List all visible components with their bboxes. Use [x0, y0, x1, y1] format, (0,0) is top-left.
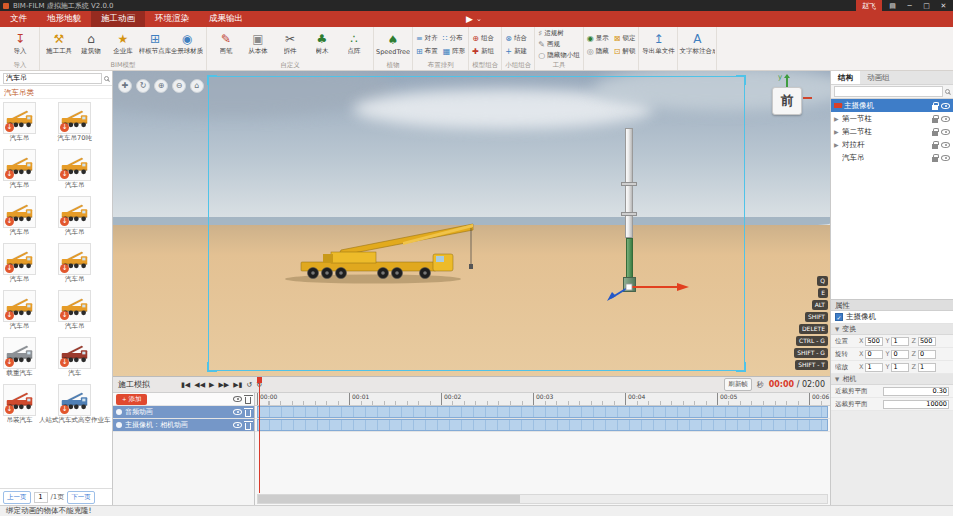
- ribbon-button[interactable]: ✎ 画笔: [210, 33, 242, 56]
- menu-tab[interactable]: 环境渲染: [145, 11, 199, 27]
- maximize-button[interactable]: □: [920, 2, 933, 10]
- ribbon-button[interactable]: ◉ 全景球材质: [171, 33, 203, 56]
- ribbon-button[interactable]: ✎ 画规: [538, 40, 579, 49]
- model-item[interactable]: ↓ 载重汽车: [3, 337, 36, 381]
- model-item[interactable]: ↓ 汽车吊: [39, 243, 111, 287]
- menu-tab[interactable]: 成果输出: [199, 11, 253, 27]
- search-icon[interactable]: [945, 89, 950, 94]
- playback-button[interactable]: ▶: [208, 379, 215, 391]
- download-icon[interactable]: ↓: [5, 123, 14, 132]
- tree-item-main-camera[interactable]: 主摄像机: [831, 99, 953, 112]
- tree-item-truck-crane[interactable]: 汽车吊: [831, 151, 953, 164]
- model-item[interactable]: ↓ 汽车吊: [3, 290, 36, 334]
- next-page-button[interactable]: 下一页: [67, 491, 95, 504]
- ribbon-button[interactable]: ⌂ 建筑物: [75, 33, 107, 56]
- playback-button[interactable]: ▶▶: [217, 379, 230, 391]
- menu-tab[interactable]: 施工动画: [91, 11, 145, 27]
- selection-corner[interactable]: [736, 75, 746, 85]
- playback-button[interactable]: ▮◀: [180, 379, 191, 391]
- track-row[interactable]: 音频动画: [113, 406, 254, 419]
- trash-icon[interactable]: [245, 410, 251, 417]
- tree-item-column-1[interactable]: ▶ 第一节柱: [831, 112, 953, 125]
- download-icon[interactable]: ↓: [5, 358, 14, 367]
- trash-icon[interactable]: [245, 397, 251, 404]
- selection-corner[interactable]: [736, 362, 746, 372]
- model-item[interactable]: ↓ 汽车吊: [3, 196, 36, 240]
- ribbon-button[interactable]: ⊞ 样板节点库: [139, 33, 171, 56]
- ribbon-button[interactable]: ⊕ 组合: [472, 34, 498, 43]
- refresh-frame-button[interactable]: 刷新帧: [724, 378, 752, 391]
- ribbon-button[interactable]: + 新建: [505, 47, 531, 56]
- timeline-lanes[interactable]: 00:00 00:01 00:02 00:03: [255, 393, 830, 505]
- add-track-button[interactable]: ＋ 添加: [116, 394, 147, 405]
- time-ruler[interactable]: 00:00 00:01 00:02 00:03: [255, 393, 830, 406]
- section-transform[interactable]: ▼ 变换: [831, 324, 953, 335]
- ribbon-button[interactable]: ↧ 导入: [4, 33, 36, 56]
- ribbon-button[interactable]: A 文字标注合成: [681, 33, 713, 56]
- category-tab[interactable]: 汽车吊类: [0, 86, 112, 99]
- eye-icon[interactable]: [941, 142, 950, 148]
- ribbon-button[interactable]: ✚ 新组: [472, 47, 498, 56]
- eye-icon[interactable]: [941, 129, 950, 135]
- ribbon-button[interactable]: ♯ 运规树: [538, 29, 579, 38]
- timeline-scrollbar[interactable]: [257, 494, 828, 504]
- playhead[interactable]: [259, 377, 260, 493]
- close-button[interactable]: ✕: [937, 2, 950, 10]
- ribbon-button[interactable]: ⊗ 结合: [505, 34, 531, 43]
- eye-icon[interactable]: [233, 396, 242, 402]
- viewport-tool-button[interactable]: ⌂: [190, 79, 204, 93]
- ribbon-button[interactable]: ∴ 点阵: [338, 33, 370, 56]
- model-search-input[interactable]: [3, 73, 102, 84]
- trash-icon[interactable]: [245, 423, 251, 430]
- tree-item-tie-rod[interactable]: ▶ 对拉杆: [831, 138, 953, 151]
- model-item[interactable]: ↓ 汽车吊: [3, 243, 36, 287]
- eye-icon[interactable]: [941, 155, 950, 161]
- far-clip-input[interactable]: [883, 400, 949, 409]
- ribbon-button[interactable]: ★ 企业库: [107, 33, 139, 56]
- expand-arrow-icon[interactable]: ▶: [834, 128, 840, 135]
- scale-x-input[interactable]: [865, 363, 883, 372]
- outline-tab[interactable]: 动画组: [860, 71, 897, 84]
- ribbon-button[interactable]: ⊞ 布置: [416, 47, 438, 56]
- model-item[interactable]: ↓ 汽车吊70吨: [39, 102, 111, 146]
- ribbon-button[interactable]: ○ 隐藏物小组: [538, 51, 579, 60]
- model-item[interactable]: ↓ 吊装汽车: [3, 384, 36, 428]
- lock-icon[interactable]: [932, 157, 938, 162]
- chevron-down-icon[interactable]: ⌄: [476, 15, 482, 23]
- scale-y-input[interactable]: [891, 363, 909, 372]
- ribbon-button[interactable]: ⊠ 锁定: [614, 34, 636, 43]
- outline-search-input[interactable]: [834, 86, 943, 97]
- ribbon-button[interactable]: ♠ SpeedTree: [377, 34, 409, 56]
- eye-icon[interactable]: [941, 103, 950, 109]
- tree-item-column-2[interactable]: ▶ 第二节柱: [831, 125, 953, 138]
- model-item[interactable]: ↓ 汽车吊: [39, 290, 111, 334]
- prev-page-button[interactable]: 上一页: [3, 491, 31, 504]
- eye-icon[interactable]: [941, 116, 950, 122]
- track-row[interactable]: 主摄像机：相机动画: [113, 419, 254, 432]
- lock-icon[interactable]: [932, 131, 938, 136]
- scrollbar-thumb[interactable]: [258, 495, 520, 503]
- selection-corner[interactable]: [207, 362, 217, 372]
- minimize-button[interactable]: ─: [903, 2, 916, 10]
- ribbon-button[interactable]: ▣ 从本体: [242, 33, 274, 56]
- enabled-checkbox[interactable]: ✓: [835, 313, 843, 321]
- viewport-tool-button[interactable]: ⊖: [172, 79, 186, 93]
- ribbon-button[interactable]: ⚒ 施工工具: [43, 33, 75, 56]
- play-icon[interactable]: ▶: [466, 14, 473, 24]
- rotation-x-input[interactable]: [865, 350, 883, 359]
- ribbon-button[interactable]: ▦ 阵形: [443, 47, 466, 56]
- ribbon-button[interactable]: ♣ 树木: [306, 33, 338, 56]
- animation-clip-bar[interactable]: [257, 419, 828, 431]
- outline-tab[interactable]: 结构: [831, 71, 860, 84]
- ribbon-button[interactable]: ✂ 拆件: [274, 33, 306, 56]
- ribbon-button[interactable]: ◉ 显示: [587, 34, 609, 43]
- model-item[interactable]: ↓ 汽车吊: [39, 196, 111, 240]
- viewport-3d[interactable]: ✚ ↻ ⊕ ⊖ ⌂ y 前 Q E ALT: [113, 71, 830, 376]
- model-item[interactable]: ↓ 汽车: [39, 337, 111, 381]
- expand-arrow-icon[interactable]: ▶: [834, 141, 840, 148]
- eye-icon[interactable]: [233, 409, 242, 415]
- eye-icon[interactable]: [233, 422, 242, 428]
- expand-arrow-icon[interactable]: ▶: [834, 115, 840, 122]
- menu-tab[interactable]: 文件: [0, 11, 37, 27]
- lock-icon[interactable]: [932, 144, 938, 149]
